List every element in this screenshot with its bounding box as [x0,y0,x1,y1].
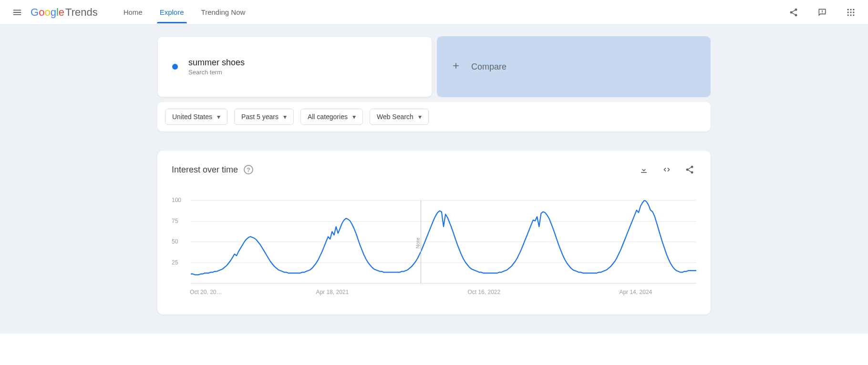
svg-point-7 [853,11,854,13]
nav-trending[interactable]: Trending Now [195,1,252,23]
term-sublabel: Search term [188,69,245,76]
filter-time[interactable]: Past 5 years ▾ [234,109,294,125]
plus-icon [451,61,461,73]
interest-over-time-card: Interest over time ? 255075100NoteOct 20… [157,151,711,314]
filter-geo-label: United States [172,113,212,121]
logo[interactable]: Google Trends [31,6,98,19]
y-tick-label: 75 [172,218,178,224]
term-label: summer shoes [188,58,245,68]
svg-point-6 [850,11,851,13]
header-actions [784,3,860,22]
embed-icon[interactable] [660,163,673,176]
x-tick-label: Apr 18, 2021 [316,289,349,295]
add-compare-button[interactable]: Compare [437,36,711,97]
svg-point-10 [853,14,854,16]
filter-category-label: All categories [308,113,348,121]
download-icon[interactable] [637,163,651,176]
header: Google Trends Home Explore Trending Now [0,0,868,25]
filter-geo[interactable]: United States ▾ [165,109,227,125]
svg-point-3 [850,9,851,10]
nav-home[interactable]: Home [117,1,149,23]
chart-title: Interest over time [172,165,238,175]
share-chart-icon[interactable] [683,163,696,176]
hamburger-menu-icon[interactable] [8,3,27,22]
svg-point-9 [850,14,851,16]
svg-point-5 [847,11,849,13]
x-tick-label: Oct 20, 20… [190,289,222,295]
line-plot [191,200,696,283]
feedback-icon[interactable] [813,3,832,22]
chart-cursor-line [421,200,421,283]
filter-property[interactable]: Web Search ▾ [370,109,429,125]
svg-point-2 [847,9,849,10]
search-term-pill[interactable]: summer shoes Search term [157,36,432,97]
chevron-down-icon: ▾ [352,113,356,121]
term-color-dot [172,64,178,70]
logo-product-label: Trends [65,6,98,19]
svg-point-1 [822,12,823,13]
filter-property-label: Web Search [377,113,413,121]
filter-time-label: Past 5 years [241,113,279,121]
nav-explore[interactable]: Explore [153,1,191,23]
x-tick-label: Oct 16, 2022 [467,289,500,295]
main-nav: Home Explore Trending Now [117,1,252,23]
page-body: summer shoes Search term Compare United … [0,25,868,334]
chart-actions [637,163,696,176]
help-icon[interactable]: ? [244,165,253,174]
grid-line [191,283,696,284]
chart-plot-area: 255075100NoteOct 20, 20…Apr 18, 2021Oct … [172,200,696,295]
y-tick-label: 25 [172,259,178,266]
note-label: Note [415,237,421,248]
svg-point-8 [847,14,849,16]
filters-bar: United States ▾ Past 5 years ▾ All categ… [157,102,711,132]
share-icon[interactable] [784,3,803,22]
chevron-down-icon: ▾ [217,113,220,121]
search-terms-row: summer shoes Search term Compare [157,25,711,97]
chevron-down-icon: ▾ [283,113,287,121]
chevron-down-icon: ▾ [418,113,422,121]
y-tick-label: 100 [172,197,181,203]
svg-point-4 [853,9,854,10]
filter-category[interactable]: All categories ▾ [300,109,363,125]
y-tick-label: 50 [172,238,178,245]
x-tick-label: Apr 14, 2024 [619,289,652,295]
apps-grid-icon[interactable] [841,3,860,22]
compare-label: Compare [471,62,506,72]
